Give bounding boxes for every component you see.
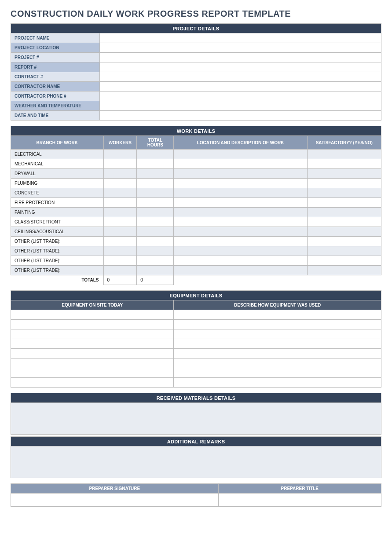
work-location[interactable] — [174, 159, 307, 169]
equipment-usage[interactable] — [174, 339, 381, 349]
equipment-onsite[interactable] — [11, 349, 174, 358]
preparer-signature-value[interactable] — [11, 494, 219, 507]
work-satisfactory[interactable] — [307, 198, 381, 208]
work-location[interactable] — [174, 198, 307, 208]
work-details-header: WORK DETAILS — [11, 126, 381, 136]
work-workers[interactable] — [103, 237, 137, 246]
work-row: GLASS/STOREFRONT — [11, 217, 381, 227]
work-hours[interactable] — [137, 150, 174, 159]
preparer-title-value[interactable] — [218, 494, 381, 507]
work-satisfactory[interactable] — [307, 169, 381, 179]
work-workers[interactable] — [103, 150, 137, 159]
work-satisfactory[interactable] — [307, 256, 381, 266]
col-location: LOCATION AND DESCRIPTION OF WORK — [174, 136, 307, 150]
equipment-onsite[interactable] — [11, 368, 174, 378]
work-workers[interactable] — [103, 217, 137, 227]
work-hours[interactable] — [137, 266, 174, 275]
equipment-onsite[interactable] — [11, 320, 174, 329]
project-field-value[interactable] — [100, 62, 381, 72]
work-hours[interactable] — [137, 237, 174, 246]
work-hours[interactable] — [137, 179, 174, 188]
work-hours[interactable] — [137, 246, 174, 256]
work-branch: OTHER (LIST TRADE): — [11, 256, 104, 266]
work-satisfactory[interactable] — [307, 227, 381, 237]
work-workers[interactable] — [103, 159, 137, 169]
work-location[interactable] — [174, 169, 307, 179]
equipment-onsite[interactable] — [11, 329, 174, 339]
work-row: CONCRETE — [11, 188, 381, 198]
equipment-usage[interactable] — [174, 310, 381, 320]
equipment-usage[interactable] — [174, 329, 381, 339]
project-field-value[interactable] — [100, 82, 381, 91]
work-location[interactable] — [174, 188, 307, 198]
work-satisfactory[interactable] — [307, 150, 381, 159]
work-satisfactory[interactable] — [307, 246, 381, 256]
equipment-row — [11, 320, 381, 329]
work-hours[interactable] — [137, 256, 174, 266]
col-satisfactory: SATISFACTORY? (YES/NO) — [307, 136, 381, 150]
equipment-details-header: EQUIPMENT DETAILS — [11, 291, 381, 300]
work-workers[interactable] — [103, 266, 137, 275]
project-field-label: CONTRACTOR NAME — [11, 82, 100, 91]
work-workers[interactable] — [103, 246, 137, 256]
work-satisfactory[interactable] — [307, 217, 381, 227]
work-workers[interactable] — [103, 256, 137, 266]
equipment-onsite[interactable] — [11, 358, 174, 368]
work-location[interactable] — [174, 266, 307, 275]
project-field-value[interactable] — [100, 53, 381, 62]
additional-remarks-value[interactable] — [11, 446, 381, 478]
totals-hours: 0 — [137, 275, 174, 285]
work-workers[interactable] — [103, 179, 137, 188]
project-details-table: PROJECT DETAILS PROJECT NAMEPROJECT LOCA… — [11, 23, 381, 121]
work-workers[interactable] — [103, 208, 137, 217]
equipment-usage[interactable] — [174, 320, 381, 329]
work-location[interactable] — [174, 217, 307, 227]
project-field-value[interactable] — [100, 91, 381, 101]
totals-label: TOTALS — [11, 275, 104, 285]
work-location[interactable] — [174, 179, 307, 188]
work-satisfactory[interactable] — [307, 159, 381, 169]
work-workers[interactable] — [103, 169, 137, 179]
work-location[interactable] — [174, 256, 307, 266]
work-satisfactory[interactable] — [307, 266, 381, 275]
work-hours[interactable] — [137, 227, 174, 237]
work-satisfactory[interactable] — [307, 188, 381, 198]
project-field-label: CONTRACT # — [11, 72, 100, 82]
project-field-value[interactable] — [100, 72, 381, 82]
col-workers: WORKERS — [103, 136, 137, 150]
project-field-label: PROJECT LOCATION — [11, 43, 100, 53]
work-location[interactable] — [174, 237, 307, 246]
work-hours[interactable] — [137, 208, 174, 217]
work-workers[interactable] — [103, 188, 137, 198]
work-satisfactory[interactable] — [307, 208, 381, 217]
equipment-onsite[interactable] — [11, 378, 174, 388]
project-field-value[interactable] — [100, 33, 381, 43]
equipment-usage[interactable] — [174, 349, 381, 358]
project-field-value[interactable] — [100, 111, 381, 121]
project-field-label: DATE AND TIME — [11, 111, 100, 121]
work-branch: CONCRETE — [11, 188, 104, 198]
equipment-usage[interactable] — [174, 358, 381, 368]
work-location[interactable] — [174, 150, 307, 159]
equipment-usage[interactable] — [174, 378, 381, 388]
work-hours[interactable] — [137, 188, 174, 198]
work-hours[interactable] — [137, 217, 174, 227]
preparer-title-label: PREPARER TITLE — [218, 484, 381, 494]
work-location[interactable] — [174, 227, 307, 237]
project-field-label: PROJECT NAME — [11, 33, 100, 43]
work-hours[interactable] — [137, 198, 174, 208]
work-location[interactable] — [174, 208, 307, 217]
equipment-onsite[interactable] — [11, 310, 174, 320]
received-materials-value[interactable] — [11, 403, 381, 435]
equipment-usage[interactable] — [174, 368, 381, 378]
work-hours[interactable] — [137, 159, 174, 169]
work-satisfactory[interactable] — [307, 237, 381, 246]
equipment-onsite[interactable] — [11, 339, 174, 349]
project-field-value[interactable] — [100, 43, 381, 53]
work-hours[interactable] — [137, 169, 174, 179]
work-workers[interactable] — [103, 227, 137, 237]
work-satisfactory[interactable] — [307, 179, 381, 188]
work-workers[interactable] — [103, 198, 137, 208]
work-location[interactable] — [174, 246, 307, 256]
project-field-value[interactable] — [100, 101, 381, 111]
